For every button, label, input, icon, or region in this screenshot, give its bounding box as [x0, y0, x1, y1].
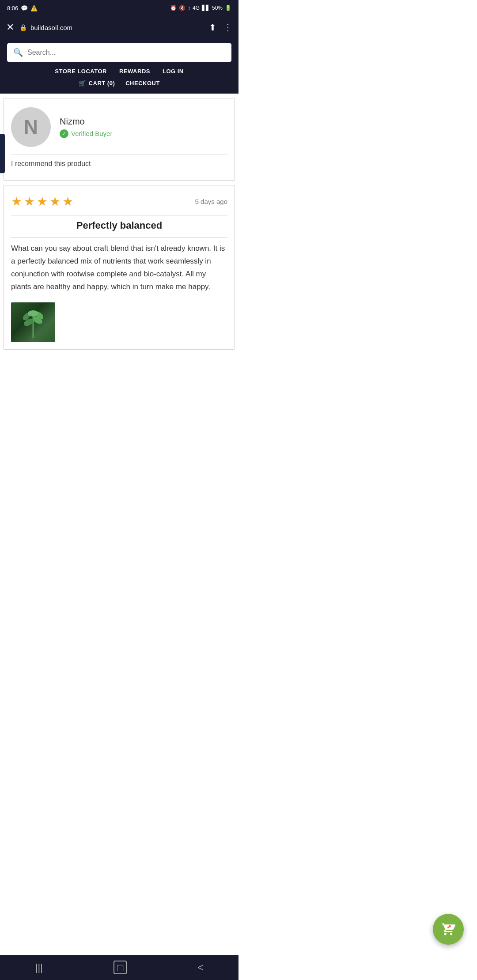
- store-locator-link[interactable]: STORE LOCATOR: [55, 68, 107, 75]
- close-icon[interactable]: ✕: [6, 22, 14, 33]
- messenger-icon: 💬: [21, 5, 28, 11]
- star-1: ★: [11, 194, 22, 209]
- star-3: ★: [37, 194, 48, 209]
- checkout-link[interactable]: CHECKOUT: [125, 80, 160, 87]
- review-header: ★ ★ ★ ★ ★ 5 days ago: [11, 194, 227, 209]
- user-name: Nizmo: [60, 117, 112, 127]
- battery-icon: 🔋: [225, 5, 231, 11]
- star-4: ★: [49, 194, 61, 209]
- checkout-label: CHECKOUT: [125, 80, 160, 87]
- status-left: 8:06 💬 ⚠️: [7, 5, 38, 11]
- avatar: N: [11, 107, 51, 147]
- review-section: ★ REVIEWS N Nizmo ✓ Verified Buyer I rec…: [4, 98, 235, 181]
- status-bar: 8:06 💬 ⚠️ ⏰ 🔇 ↕ 4G ▋▋ 50% 🔋: [0, 0, 238, 16]
- more-icon[interactable]: ⋮: [223, 22, 232, 33]
- star-rating: ★ ★ ★ ★ ★: [11, 194, 73, 209]
- plant-svg: [20, 307, 46, 338]
- battery: 50%: [212, 5, 223, 11]
- cart-icon: 🛒: [79, 80, 86, 87]
- lock-icon: 🔒: [19, 24, 27, 31]
- alarm-icon: ⏰: [170, 5, 177, 11]
- search-input[interactable]: [27, 49, 225, 57]
- reviews-tab[interactable]: ★ REVIEWS: [0, 134, 5, 173]
- browser-bar: ✕ 🔒 buildasoil.com ⬆ ⋮: [0, 16, 238, 39]
- review-card: ★ ★ ★ ★ ★ 5 days ago Perfectly balanced …: [4, 185, 235, 350]
- login-link[interactable]: LOG IN: [163, 68, 184, 75]
- star-2: ★: [24, 194, 35, 209]
- status-right: ⏰ 🔇 ↕ 4G ▋▋ 50% 🔋: [170, 5, 231, 11]
- signal-icon: ▋▋: [202, 5, 210, 11]
- share-icon[interactable]: ⬆: [209, 22, 216, 33]
- time: 8:06: [7, 5, 18, 11]
- recommend-label: I recommend this product: [11, 160, 91, 167]
- divider-top: [11, 215, 227, 215]
- sync-icon: ↕: [188, 5, 190, 11]
- mute-icon: 🔇: [179, 5, 186, 11]
- nav-bottom: 🛒 CART (0) CHECKOUT: [7, 80, 231, 87]
- alert-icon: ⚠️: [30, 5, 38, 11]
- reviews-tab-label: REVIEWS: [0, 138, 1, 169]
- review-body: What can you say about craft blend that …: [11, 242, 227, 294]
- nav-links: STORE LOCATOR REWARDS LOG IN: [7, 68, 231, 75]
- user-info: N Nizmo ✓ Verified Buyer: [11, 107, 227, 147]
- verified-text: Verified Buyer: [71, 130, 112, 137]
- search-bar[interactable]: 🔍: [7, 43, 231, 62]
- cart-link[interactable]: 🛒 CART (0): [79, 80, 115, 87]
- recommend-text: I recommend this product: [11, 154, 227, 173]
- svg-point-5: [28, 310, 38, 317]
- review-image[interactable]: [11, 302, 55, 342]
- network-icon: 4G: [193, 5, 200, 11]
- avatar-letter: N: [24, 116, 38, 138]
- search-icon: 🔍: [13, 48, 23, 57]
- user-details: Nizmo ✓ Verified Buyer: [60, 117, 112, 138]
- url-text: buildasoil.com: [30, 24, 72, 31]
- cart-label: CART (0): [89, 80, 115, 87]
- verified-badge: ✓ Verified Buyer: [60, 129, 112, 138]
- review-title: Perfectly balanced: [11, 220, 227, 231]
- rewards-link[interactable]: REWARDS: [119, 68, 150, 75]
- verified-check-icon: ✓: [60, 129, 68, 138]
- time-ago: 5 days ago: [195, 198, 227, 205]
- review-image-placeholder: [11, 302, 55, 342]
- url-area: 🔒 buildasoil.com: [19, 24, 204, 31]
- divider-bottom: [11, 237, 227, 238]
- browser-icons: ⬆ ⋮: [209, 22, 232, 33]
- star-5: ★: [62, 194, 73, 209]
- nav-area: 🔍 STORE LOCATOR REWARDS LOG IN 🛒 CART (0…: [0, 39, 238, 94]
